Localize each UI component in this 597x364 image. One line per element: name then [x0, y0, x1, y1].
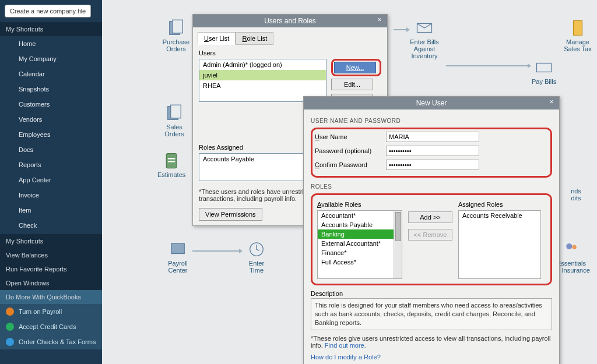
- sales-tax-icon: [569, 19, 587, 37]
- sidebar-item-docs[interactable]: Docs: [0, 142, 102, 157]
- sidebar-item-employees[interactable]: Employees: [0, 127, 102, 142]
- sidebar-item-item[interactable]: Item: [0, 203, 102, 218]
- workflow-payroll-center[interactable]: Payroll Center: [163, 240, 192, 274]
- available-roles-list[interactable]: Accountant* Accounts Payable Banking Ext…: [317, 210, 402, 279]
- role-option[interactable]: Accountant*: [318, 211, 402, 220]
- scrollbar[interactable]: [394, 211, 402, 278]
- arrow-icon: [192, 250, 239, 252]
- sidebar-item-calendar[interactable]: Calendar: [0, 66, 102, 82]
- tab-user-list[interactable]: User List: [198, 32, 236, 45]
- tab-strip: User List Role List: [198, 32, 382, 45]
- svg-rect-6: [168, 161, 175, 162]
- find-out-more-link[interactable]: Find out more.: [325, 342, 366, 349]
- close-icon[interactable]: ×: [547, 98, 556, 107]
- arrow-icon: [446, 65, 528, 66]
- assigned-roles-label: Assigned Roles: [458, 201, 541, 208]
- sidebar-promo-order-checks[interactable]: Order Checks & Tax Forms: [0, 334, 102, 349]
- roles-highlight: Available Roles Accountant* Accounts Pay…: [311, 193, 552, 285]
- new-user-dialog: New User × USER NAME AND PASSWORD User N…: [303, 96, 560, 364]
- clock-icon: [248, 240, 265, 259]
- svg-rect-8: [537, 63, 552, 72]
- description-label: Description: [311, 290, 552, 297]
- sidebar-item-label: Vendors: [19, 116, 42, 123]
- workflow-estimates[interactable]: Estimates: [157, 151, 185, 178]
- edit-user-button[interactable]: Edit...: [331, 79, 373, 90]
- workflow-enter-bills[interactable]: Enter Bills Against Inventory: [407, 19, 442, 59]
- svg-rect-3: [171, 105, 181, 118]
- close-icon[interactable]: ×: [375, 16, 384, 24]
- assigned-roles-list[interactable]: Accounts Receivable: [458, 210, 541, 279]
- svg-rect-10: [171, 243, 185, 254]
- new-user-button[interactable]: New...: [334, 62, 376, 73]
- svg-point-13: [572, 245, 577, 250]
- user-row[interactable]: Admin (Admin)* (logged on): [199, 59, 326, 70]
- confirm-password-input[interactable]: [386, 160, 479, 170]
- password-input[interactable]: [386, 146, 479, 156]
- sidebar-item-check[interactable]: Check: [0, 218, 102, 233]
- user-row[interactable]: juviel: [199, 70, 326, 80]
- workflow-label: Sales Orders: [160, 123, 189, 137]
- sidebar-item-home[interactable]: Home: [0, 36, 102, 51]
- credentials-highlight: User Name Password (optional) Confirm Pa…: [311, 128, 552, 178]
- sidebar-item-label: Home: [19, 40, 36, 47]
- sidebar-promo-payroll[interactable]: Turn on Payroll: [0, 304, 102, 319]
- workflow-refunds[interactable]: ndsdits: [559, 188, 594, 202]
- pay-bills-icon: [535, 58, 553, 77]
- role-option[interactable]: Accounts Receivable: [459, 211, 540, 220]
- role-option[interactable]: Finance*: [318, 248, 402, 257]
- sidebar-promo-title: Do More With QuickBooks: [0, 290, 102, 304]
- add-role-button[interactable]: Add >>: [408, 211, 452, 223]
- workflow-label: Estimates: [157, 171, 185, 178]
- sidebar-footer-run-reports[interactable]: Run Favorite Reports: [0, 262, 102, 276]
- modify-role-link[interactable]: How do I modify a Role?: [311, 354, 381, 361]
- workflow-sales-orders[interactable]: Sales Orders: [160, 104, 189, 137]
- workflow-label: Payroll Center: [163, 260, 192, 274]
- sidebar-promo-credit-cards[interactable]: Accept Credit Cards: [0, 319, 102, 334]
- role-option[interactable]: Banking: [318, 229, 402, 239]
- workflow-pay-bills[interactable]: Pay Bills: [532, 58, 556, 85]
- scrollbar-thumb[interactable]: [395, 212, 401, 241]
- workflow-purchase-orders[interactable]: Purchase Orders: [160, 19, 192, 52]
- tab-role-list[interactable]: Role List: [236, 32, 273, 45]
- dialog-title: New User: [416, 99, 447, 107]
- role-option[interactable]: Accounts Payable: [318, 220, 402, 229]
- sidebar-item-invoice[interactable]: Invoice: [0, 188, 102, 203]
- role-option[interactable]: External Accountant*: [318, 239, 402, 248]
- users-list[interactable]: Admin (Admin)* (logged on) juviel RHEA: [199, 59, 326, 102]
- sidebar-item-label: Order Checks & Tax Forms: [19, 338, 96, 345]
- sidebar-item-label: Customers: [19, 101, 50, 108]
- sidebar-footer-my-shortcuts[interactable]: My Shortcuts: [0, 234, 102, 248]
- sidebar-item-vendors[interactable]: Vendors: [0, 112, 102, 127]
- workflow-label: ndsdits: [559, 188, 594, 202]
- workflow-label: Pay Bills: [532, 78, 556, 85]
- estimates-icon: [163, 151, 180, 170]
- sidebar-item-label: Invoice: [19, 192, 39, 199]
- sidebar-item-label: My Company: [19, 55, 57, 62]
- workflow-label: Manage Sales Tax: [563, 38, 592, 52]
- sidebar-item-my-company[interactable]: My Company: [0, 51, 102, 66]
- sidebar-item-snapshots[interactable]: Snapshots: [0, 82, 102, 97]
- sidebar-item-app-center[interactable]: App Center: [0, 172, 102, 188]
- confirm-password-label: Confirm Password: [315, 161, 386, 168]
- users-label: Users: [199, 50, 381, 56]
- remove-role-button[interactable]: << Remove: [408, 229, 452, 241]
- purchase-orders-icon: [167, 19, 185, 37]
- sidebar-footer-view-balances[interactable]: View Balances: [0, 248, 102, 262]
- password-label: Password (optional): [315, 147, 386, 154]
- dialog-titlebar[interactable]: Users and Roles ×: [193, 15, 387, 27]
- sidebar-item-reports[interactable]: Reports: [0, 157, 102, 172]
- sidebar-item-label: Employees: [19, 131, 50, 138]
- sidebar-item-label: Reports: [19, 161, 41, 168]
- sales-orders-icon: [166, 104, 183, 122]
- sidebar-section-my-shortcuts: My Shortcuts: [0, 22, 102, 36]
- dialog-titlebar[interactable]: New User ×: [304, 97, 559, 109]
- create-company-button[interactable]: Create a new company file: [5, 5, 91, 17]
- view-permissions-button[interactable]: View Permissions: [199, 208, 262, 221]
- role-option[interactable]: Full Access*: [318, 257, 402, 267]
- workflow-manage-sales-tax[interactable]: Manage Sales Tax: [563, 19, 592, 52]
- workflow-enter-time[interactable]: Enter Time: [245, 240, 268, 274]
- sidebar-footer-open-windows[interactable]: Open Windows: [0, 276, 102, 290]
- username-input[interactable]: [386, 132, 479, 142]
- user-row[interactable]: RHEA: [199, 80, 326, 91]
- sidebar-item-customers[interactable]: Customers: [0, 97, 102, 112]
